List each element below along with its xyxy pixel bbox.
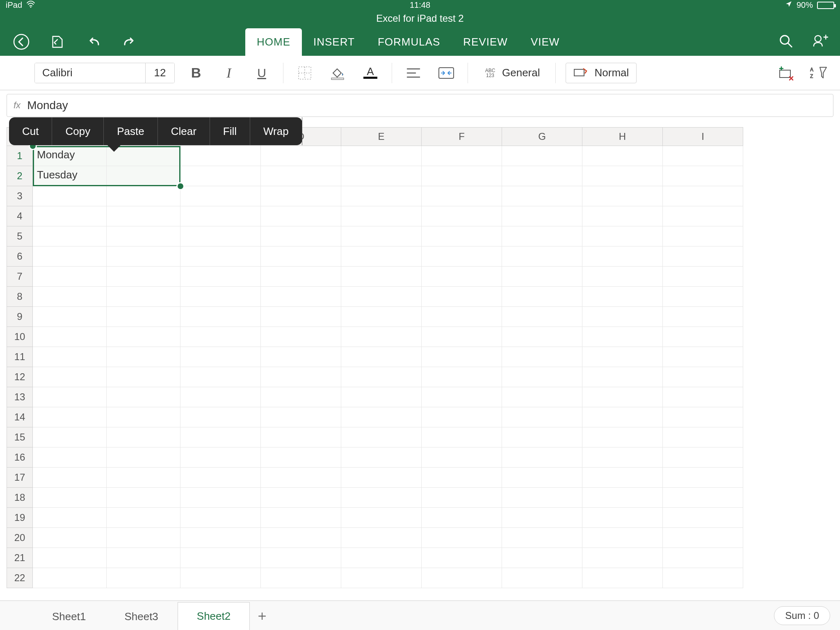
- cell-C19[interactable]: [180, 508, 261, 528]
- cell-I15[interactable]: [663, 427, 743, 447]
- cell-B2[interactable]: [107, 166, 180, 186]
- cell-A21[interactable]: [33, 548, 107, 568]
- cell-C3[interactable]: [180, 186, 261, 206]
- cell-B3[interactable]: [107, 186, 180, 206]
- cell-A17[interactable]: [33, 468, 107, 488]
- cell-E8[interactable]: [341, 287, 422, 307]
- tab-view[interactable]: VIEW: [519, 28, 571, 56]
- cell-G12[interactable]: [502, 367, 582, 387]
- number-format-button[interactable]: ABC123 General: [478, 64, 546, 82]
- cell-E2[interactable]: [341, 166, 422, 186]
- cell-D10[interactable]: [261, 327, 341, 347]
- cell-D9[interactable]: [261, 307, 341, 327]
- status-sum[interactable]: Sum : 0: [774, 606, 830, 625]
- cell-H5[interactable]: [582, 226, 663, 247]
- font-name-input[interactable]: [35, 63, 146, 83]
- cell-F5[interactable]: [422, 226, 502, 247]
- cell-D13[interactable]: [261, 387, 341, 407]
- cell-D7[interactable]: [261, 267, 341, 287]
- cell-I19[interactable]: [663, 508, 743, 528]
- cell-A13[interactable]: [33, 387, 107, 407]
- cell-I22[interactable]: [663, 568, 743, 588]
- cell-I3[interactable]: [663, 186, 743, 206]
- cell-C18[interactable]: [180, 488, 261, 508]
- cell-G22[interactable]: [502, 568, 582, 588]
- cell-C5[interactable]: [180, 226, 261, 247]
- cell-D6[interactable]: [261, 247, 341, 267]
- cell-B12[interactable]: [107, 367, 180, 387]
- cell-A4[interactable]: [33, 206, 107, 226]
- font-size-input[interactable]: [146, 63, 174, 83]
- cell-E17[interactable]: [341, 468, 422, 488]
- underline-button[interactable]: U: [250, 62, 273, 84]
- cell-A18[interactable]: [33, 488, 107, 508]
- cell-C15[interactable]: [180, 427, 261, 447]
- col-header-E[interactable]: E: [341, 127, 422, 146]
- cell-F20[interactable]: [422, 528, 502, 548]
- sheet-tab-sheet3[interactable]: Sheet3: [105, 603, 177, 630]
- cell-B13[interactable]: [107, 387, 180, 407]
- cell-A10[interactable]: [33, 327, 107, 347]
- cell-D17[interactable]: [261, 468, 341, 488]
- cell-B4[interactable]: [107, 206, 180, 226]
- cell-H8[interactable]: [582, 287, 663, 307]
- cell-G2[interactable]: [502, 166, 582, 186]
- cell-C10[interactable]: [180, 327, 261, 347]
- cell-B19[interactable]: [107, 508, 180, 528]
- cell-style-button[interactable]: Normal: [566, 63, 637, 83]
- cell-G8[interactable]: [502, 287, 582, 307]
- cell-G10[interactable]: [502, 327, 582, 347]
- cell-B15[interactable]: [107, 427, 180, 447]
- cell-I11[interactable]: [663, 347, 743, 367]
- cell-F18[interactable]: [422, 488, 502, 508]
- cell-B10[interactable]: [107, 327, 180, 347]
- context-cut[interactable]: Cut: [9, 117, 52, 145]
- cell-C20[interactable]: [180, 528, 261, 548]
- cell-I1[interactable]: [663, 146, 743, 166]
- sheet-tab-sheet1[interactable]: Sheet1: [33, 603, 105, 630]
- cell-B14[interactable]: [107, 407, 180, 427]
- tab-formulas[interactable]: FORMULAS: [366, 28, 452, 56]
- cell-I5[interactable]: [663, 226, 743, 247]
- cell-D22[interactable]: [261, 568, 341, 588]
- sort-filter-button[interactable]: AZ: [807, 62, 830, 84]
- cell-B6[interactable]: [107, 247, 180, 267]
- cell-B20[interactable]: [107, 528, 180, 548]
- cell-D15[interactable]: [261, 427, 341, 447]
- cell-G7[interactable]: [502, 267, 582, 287]
- cell-I21[interactable]: [663, 548, 743, 568]
- col-header-F[interactable]: F: [422, 127, 502, 146]
- cell-A3[interactable]: [33, 186, 107, 206]
- cell-F6[interactable]: [422, 247, 502, 267]
- cell-D4[interactable]: [261, 206, 341, 226]
- cell-F1[interactable]: [422, 146, 502, 166]
- cell-H2[interactable]: [582, 166, 663, 186]
- cell-G13[interactable]: [502, 387, 582, 407]
- col-header-I[interactable]: I: [663, 127, 743, 146]
- cell-G20[interactable]: [502, 528, 582, 548]
- cell-E18[interactable]: [341, 488, 422, 508]
- borders-button[interactable]: [293, 62, 316, 84]
- cell-E6[interactable]: [341, 247, 422, 267]
- cell-G16[interactable]: [502, 447, 582, 468]
- cell-D18[interactable]: [261, 488, 341, 508]
- sheet-tab-sheet2[interactable]: Sheet2: [178, 602, 250, 630]
- italic-button[interactable]: I: [217, 62, 240, 84]
- merge-button[interactable]: [435, 62, 458, 84]
- cell-C11[interactable]: [180, 347, 261, 367]
- cell-C6[interactable]: [180, 247, 261, 267]
- cell-F13[interactable]: [422, 387, 502, 407]
- cell-H14[interactable]: [582, 407, 663, 427]
- context-copy[interactable]: Copy: [52, 117, 104, 145]
- cell-B21[interactable]: [107, 548, 180, 568]
- formula-bar[interactable]: fx Monday: [7, 94, 833, 117]
- tab-insert[interactable]: INSERT: [302, 28, 366, 56]
- cell-F9[interactable]: [422, 307, 502, 327]
- cell-A1[interactable]: Monday: [33, 146, 107, 166]
- row-header-13[interactable]: 13: [7, 387, 33, 407]
- redo-button[interactable]: [121, 33, 139, 51]
- row-header-15[interactable]: 15: [7, 427, 33, 447]
- cell-I2[interactable]: [663, 166, 743, 186]
- context-fill[interactable]: Fill: [210, 117, 250, 145]
- cell-E15[interactable]: [341, 427, 422, 447]
